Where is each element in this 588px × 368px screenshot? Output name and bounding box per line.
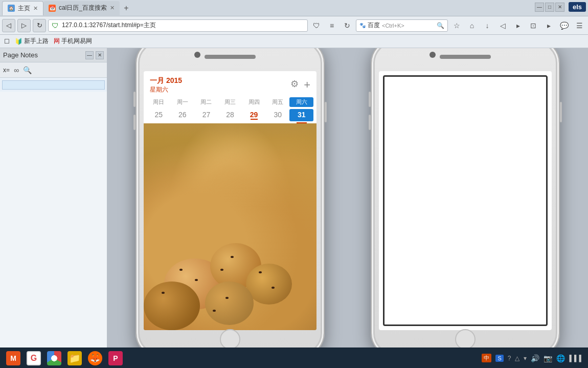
download-icon[interactable]: ↓ (481, 19, 494, 32)
calendar-header-icons: ⚙ + (290, 78, 310, 92)
chip-7 (272, 287, 275, 289)
tab-cal-close[interactable]: ✕ (110, 5, 115, 11)
search-shortcut: <Ctrl+K> (382, 23, 404, 29)
tab-cal[interactable]: 📅 cal日历_百度搜索 ✕ (43, 1, 120, 15)
muffin-4 (144, 282, 200, 330)
phone-1-camera (194, 52, 200, 58)
browser-window: 🏠 主页 ✕ 📅 cal日历_百度搜索 ✕ + — □ ✕ els ◁ ▷ ↻ … (0, 0, 588, 368)
taskbar-maxthon[interactable]: M (4, 350, 22, 367)
xinshoulv-label: 新手上路 (24, 37, 49, 46)
bookmark-wangyi[interactable]: 网 手机网易网 (54, 37, 92, 46)
phone-1-speaker (205, 55, 256, 59)
side-panel: Page Notes — ✕ x= ∞ 🔍 (0, 48, 107, 348)
forward-button[interactable]: ▷ (17, 19, 31, 32)
weekday-fri: 周五 (266, 97, 290, 107)
close-button[interactable]: ✕ (555, 3, 564, 12)
paint-icon: P (108, 351, 123, 365)
msg-icon[interactable]: 💬 (557, 19, 571, 32)
muffin-overlay (144, 123, 316, 139)
day-30[interactable]: 30 (266, 109, 290, 121)
phone-1-side-btn (325, 102, 327, 122)
maximize-button[interactable]: □ (545, 3, 554, 12)
chip-9 (225, 297, 229, 299)
phone-2-home-button[interactable] (455, 329, 476, 348)
taskbar: M G 📁 🦊 P 中 S ? △ ▾ 🔊 📷 🌐 ▌▌▌ (0, 348, 588, 368)
history-back-icon[interactable]: ◁ (496, 19, 509, 32)
extend-icon[interactable]: ▸ (542, 19, 555, 32)
window-controls: — □ ✕ els (535, 2, 586, 12)
calendar-add-icon[interactable]: + (304, 78, 310, 92)
refresh-icon[interactable]: ↻ (341, 19, 354, 32)
taskbar-paint[interactable]: P (106, 350, 125, 367)
weekday-thu: 周四 (242, 97, 266, 107)
page-content: Page Notes — ✕ x= ∞ 🔍 (0, 48, 588, 348)
taskbar-folder[interactable]: 📁 (65, 350, 84, 367)
taskbar-system-area: 中 S ? △ ▾ 🔊 📷 🌐 ▌▌▌ (482, 354, 584, 362)
chip-6 (259, 271, 262, 273)
collapse-icon[interactable]: ▾ (524, 355, 527, 362)
shield-icon: 🛡 (52, 21, 60, 30)
phone-2-vol-up (369, 92, 371, 107)
chip-10 (213, 310, 216, 312)
address-bar[interactable]: 🛡 127.0.0.1:32767/start.html#p=主页 (48, 19, 308, 32)
weekday-sun: 周日 (147, 97, 171, 107)
side-panel-toolbar: x= ∞ 🔍 (0, 62, 107, 78)
side-panel-close[interactable]: ✕ (96, 51, 104, 59)
muffin-image (144, 123, 316, 330)
cal-favicon: 📅 (49, 5, 56, 12)
tab-home-close[interactable]: ✕ (33, 5, 38, 12)
google-icon: G (27, 351, 41, 365)
search-bar[interactable]: 🐾 百度 <Ctrl+K> 🔍 (356, 19, 448, 32)
star-icon[interactable]: ☆ (450, 19, 463, 32)
weekday-tue: 周二 (194, 97, 218, 107)
calendar-title-block: 一月 2015 星期六 (150, 76, 182, 94)
shield-icon-2[interactable]: 🛡 (310, 19, 323, 32)
add-tab-button[interactable]: + (120, 2, 133, 15)
calendar-weekdays-row: 周日 周一 周二 周三 周四 周五 周六 (144, 96, 316, 108)
sogou-icon[interactable]: S (495, 355, 503, 362)
tab-home-label: 主页 (18, 4, 30, 13)
phone-1-home-button[interactable] (220, 329, 240, 348)
day-29[interactable]: 29 (242, 109, 266, 121)
weekday-wed: 周三 (218, 97, 242, 107)
day-25[interactable]: 25 (147, 109, 171, 121)
taskbar-chrome[interactable] (45, 350, 63, 367)
bookmarks-bar: ☐ 🔰 新手上路 网 手机网易网 (0, 35, 588, 48)
camera-icon[interactable]: 📷 (544, 354, 552, 362)
sync-icon[interactable]: ⊡ (527, 19, 540, 32)
ime-indicator[interactable]: 中 (482, 354, 491, 362)
home-icon[interactable]: ⌂ (465, 19, 479, 32)
tools-icon[interactable]: ▸ (511, 19, 525, 32)
phone-2-screen (379, 71, 552, 330)
back-button[interactable]: ◁ (2, 19, 15, 32)
rss-icon[interactable]: ≡ (325, 19, 338, 32)
bookmark-xinshoulv[interactable]: 🔰 新手上路 (15, 37, 49, 46)
phone-2 (371, 48, 560, 348)
minimize-button[interactable]: — (535, 3, 544, 12)
side-panel-link-icon[interactable]: ∞ (14, 66, 19, 74)
taskbar-firefox[interactable]: 🦊 (86, 350, 104, 367)
phone-1: 一月 2015 星期六 ⚙ + 周日 周一 周二 (135, 48, 325, 348)
battery-icon: ▌▌▌ (569, 355, 584, 362)
bookmark-checkbox[interactable]: ☐ (4, 38, 10, 45)
reload-button[interactable]: ↻ (33, 19, 46, 32)
taskbar-google[interactable]: G (25, 350, 43, 367)
help-icon[interactable]: ? (508, 355, 511, 362)
side-panel-minimize[interactable]: — (85, 51, 94, 59)
day-28[interactable]: 28 (218, 109, 242, 121)
side-panel-search-icon[interactable]: 🔍 (23, 66, 32, 74)
phone-1-vol-down (133, 115, 135, 130)
side-panel-input[interactable] (2, 80, 105, 90)
network-icon[interactable]: 🌐 (556, 354, 565, 362)
day-27[interactable]: 27 (194, 109, 218, 121)
menu-icon[interactable]: ☰ (573, 19, 586, 32)
phone-2-content (379, 71, 552, 330)
calendar-header: 一月 2015 星期六 ⚙ + (144, 71, 316, 96)
calendar-settings-icon[interactable]: ⚙ (290, 78, 299, 92)
day-26[interactable]: 26 (171, 109, 195, 121)
volume-icon[interactable]: 🔊 (531, 354, 539, 362)
tab-home[interactable]: 🏠 主页 ✕ (2, 1, 43, 15)
day-31[interactable]: 31 (289, 109, 313, 121)
notify-icon[interactable]: △ (515, 355, 519, 362)
calendar-weekday: 星期六 (150, 85, 182, 94)
